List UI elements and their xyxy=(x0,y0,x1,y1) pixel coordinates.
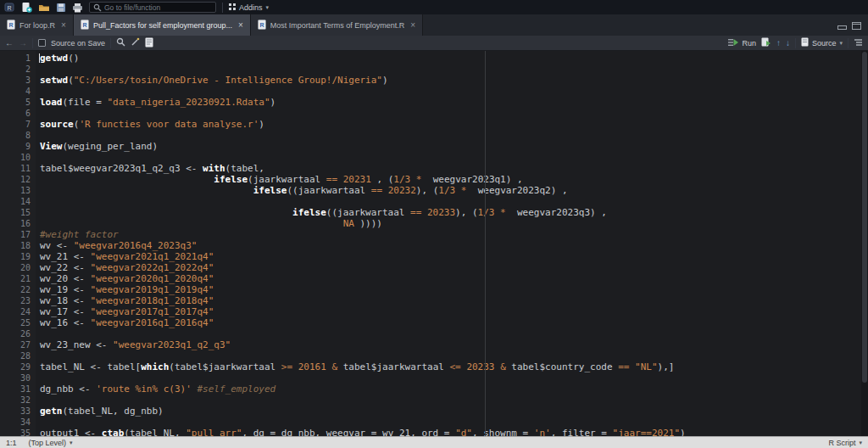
pane-maximize-icon[interactable] xyxy=(852,18,861,33)
line-number: 31 xyxy=(0,384,31,395)
code-line[interactable]: dg_nbb <- 'route %in% c(3)' #self_employ… xyxy=(40,384,868,395)
scrollbar-thumb[interactable] xyxy=(862,52,867,383)
code-line[interactable]: wv_20 <- "weegvar2020q1_2020q4" xyxy=(40,273,868,284)
up-arrow-icon[interactable]: ↑ xyxy=(776,39,781,48)
addins-button[interactable]: Addins ▾ xyxy=(229,3,269,12)
code-line[interactable] xyxy=(40,372,868,384)
main-toolbar: R Addins ▾ xyxy=(0,0,868,14)
line-number: 15 xyxy=(0,207,31,218)
svg-text:R: R xyxy=(259,22,264,28)
file-type-selector[interactable]: R Script xyxy=(828,439,855,447)
code-line[interactable]: ifelse((jaarkwartaal == 20233), (1/3 * w… xyxy=(40,207,868,218)
source-on-save-checkbox[interactable] xyxy=(38,39,46,47)
rstudio-window: R Addins ▾ R xyxy=(0,0,868,448)
pane-minimize-icon[interactable] xyxy=(837,18,847,33)
tab-close-icon[interactable]: × xyxy=(410,21,415,30)
code-line[interactable]: wv_19 <- "weegvar2019q1_2019q4" xyxy=(40,284,868,295)
code-line[interactable]: source('R functies voor data analyse.r') xyxy=(40,119,868,130)
new-file-icon[interactable] xyxy=(21,1,32,14)
svg-text:R: R xyxy=(7,5,11,11)
code-line[interactable]: getwd() xyxy=(40,53,868,64)
code-line[interactable] xyxy=(40,350,868,361)
code-line[interactable]: getn(tabel_NL, dg_nbb) xyxy=(40,406,868,417)
tab-bar: R For loop.R × R Pull_Factors for self e… xyxy=(0,14,868,36)
line-number: 13 xyxy=(0,185,31,196)
code-line[interactable]: ifelse(jaarkwartaal == 20231 , (1/3 * we… xyxy=(40,174,868,185)
line-number: 3 xyxy=(0,75,31,86)
tab-label: For loop.R xyxy=(19,21,55,30)
print-icon[interactable] xyxy=(72,1,83,14)
rerun-icon[interactable] xyxy=(761,37,771,48)
margin-column-guide xyxy=(485,51,486,436)
code-line[interactable]: wv_18 <- "weegvar2018q1_2018q4" xyxy=(40,295,868,306)
code-line[interactable]: load(file = "data_nigeria_20230921.Rdata… xyxy=(40,97,868,108)
search-icon xyxy=(93,0,102,15)
document-outline-icon[interactable] xyxy=(854,38,863,48)
status-bar: 1:1 (Top Level) ▾ R Script ▾ xyxy=(0,436,868,448)
svg-text:R: R xyxy=(8,22,13,28)
tab-pull-factors[interactable]: R Pull_Factors for self employment group… xyxy=(74,14,251,36)
toolbar-separator xyxy=(110,38,111,48)
open-file-icon[interactable] xyxy=(38,1,50,14)
code-content[interactable]: getwd() setwd("C:/Users/tosin/OneDrive -… xyxy=(36,51,868,436)
code-line[interactable]: wv_21 <- "weegvar2021q1_2021q4" xyxy=(40,251,868,262)
code-line[interactable]: View(weging_per_land) xyxy=(40,141,868,152)
down-arrow-icon[interactable]: ↓ xyxy=(786,39,790,48)
caret-down-icon[interactable]: ▾ xyxy=(859,440,862,445)
tab-close-icon[interactable]: × xyxy=(238,21,243,30)
line-number: 33 xyxy=(0,406,31,417)
toolbar-separator xyxy=(795,38,796,48)
scope-selector[interactable]: (Top Level) xyxy=(29,439,67,447)
code-line[interactable] xyxy=(40,152,868,163)
code-line[interactable]: tabel$weegvar2023q1_q2_q3 <- with(tabel, xyxy=(40,163,868,174)
code-line[interactable] xyxy=(40,64,868,75)
code-line[interactable] xyxy=(40,86,868,97)
code-line[interactable]: ifelse((jaarkwartaal == 20232), (1/3 * w… xyxy=(40,185,868,196)
source-button[interactable]: Source ▾ xyxy=(801,37,843,48)
addins-grid-icon xyxy=(229,3,236,12)
toolbar-separator xyxy=(222,3,223,13)
line-number: 21 xyxy=(0,273,31,284)
code-line[interactable]: wv_16 <- "weegvar2016q1_2016q4" xyxy=(40,317,868,328)
goto-file-input[interactable] xyxy=(104,3,206,12)
code-tools-icon[interactable] xyxy=(131,37,140,48)
line-number: 10 xyxy=(0,152,31,163)
code-line[interactable]: tabel_NL <- tabel[which(tabel$jaarkwarta… xyxy=(40,361,868,372)
code-line[interactable]: #weight factor xyxy=(40,229,868,240)
code-line[interactable]: wv <- "weegvar2016q4_2023q3" xyxy=(40,240,868,251)
code-line[interactable] xyxy=(40,130,868,141)
line-number: 16 xyxy=(0,218,31,229)
find-replace-icon[interactable] xyxy=(116,37,125,48)
code-line[interactable]: wv_23_new <- "weegvar2023q1_q2_q3" xyxy=(40,339,868,350)
tab-close-icon[interactable]: × xyxy=(61,21,66,30)
code-line[interactable] xyxy=(40,108,868,119)
save-icon[interactable] xyxy=(56,1,66,14)
code-editor[interactable]: 1234567891011121314151617181920212223242… xyxy=(0,51,868,436)
code-line[interactable]: wv_22 <- "weegvar2022q1_2022q4" xyxy=(40,262,868,273)
code-line[interactable]: wv_17 <- "weegvar2017q1_2017q4" xyxy=(40,306,868,317)
forward-icon[interactable]: → xyxy=(19,39,27,48)
goto-file-search[interactable] xyxy=(89,2,216,13)
code-line[interactable] xyxy=(40,417,868,428)
tab-most-important-terms[interactable]: R Most Important Terms of Employment.R × xyxy=(251,14,423,36)
toolbar-separator xyxy=(848,38,849,48)
run-button[interactable]: Run xyxy=(728,38,756,48)
code-line[interactable] xyxy=(40,395,868,406)
compile-report-icon[interactable] xyxy=(145,37,153,49)
back-icon[interactable]: ← xyxy=(5,39,14,48)
line-number: 35 xyxy=(0,428,31,436)
code-line[interactable]: output1 <- ctab(tabel_NL, "pull_arr", dg… xyxy=(40,428,868,436)
code-line[interactable] xyxy=(40,196,868,207)
caret-down-icon[interactable]: ▾ xyxy=(70,440,73,445)
line-number-gutter: 1234567891011121314151617181920212223242… xyxy=(0,51,36,436)
new-project-icon[interactable]: R xyxy=(4,1,15,14)
code-line[interactable]: setwd("C:/Users/tosin/OneDrive - Intelli… xyxy=(40,75,868,86)
svg-text:R: R xyxy=(82,22,86,28)
line-number: 17 xyxy=(0,229,31,240)
scrollbar[interactable] xyxy=(861,51,868,436)
line-number: 20 xyxy=(0,262,31,273)
caret-down-icon[interactable]: ▾ xyxy=(839,40,843,46)
code-line[interactable] xyxy=(40,328,868,339)
code-line[interactable]: NA )))) xyxy=(40,218,868,229)
tab-for-loop[interactable]: R For loop.R × xyxy=(0,14,74,36)
